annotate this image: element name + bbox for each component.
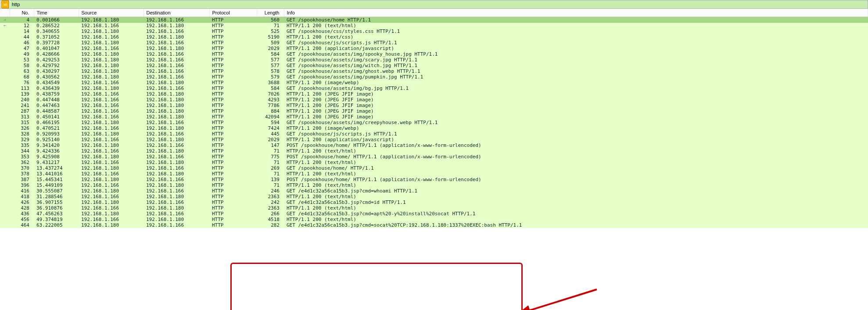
cell-no: 76 xyxy=(10,80,34,86)
table-row[interactable]: 42836.910876192.168.1.166192.168.1.180HT… xyxy=(0,205,868,211)
cell-time: 0.447463 xyxy=(34,103,79,108)
cell-length: 594 xyxy=(257,120,284,125)
cell-destination: 192.168.1.180 xyxy=(143,108,209,114)
table-row[interactable]: 760.434549192.168.1.166192.168.1.180HTTP… xyxy=(0,80,868,86)
table-row[interactable]: 42636.907155192.168.1.180192.168.1.166HT… xyxy=(0,200,868,205)
table-row[interactable]: 140.340655192.168.1.180192.168.1.166HTTP… xyxy=(0,29,868,34)
table-row[interactable]: 39615.449109192.168.1.166192.168.1.180HT… xyxy=(0,182,868,188)
col-source[interactable]: Source xyxy=(79,9,143,17)
cell-destination: 192.168.1.166 xyxy=(143,211,209,217)
table-row[interactable]: 3150.466195192.168.1.180192.168.1.166HTT… xyxy=(0,120,868,125)
cell-source: 192.168.1.166 xyxy=(79,103,143,108)
col-protocol[interactable]: Protocol xyxy=(209,9,257,17)
cell-destination: 192.168.1.166 xyxy=(143,165,209,171)
table-row[interactable]: 3290.925140192.168.1.166192.168.1.180HTT… xyxy=(0,137,868,143)
table-row[interactable]: 1390.438759192.168.1.166192.168.1.180HTT… xyxy=(0,91,868,97)
cell-no: 113 xyxy=(10,86,34,91)
table-row[interactable]: 38715.445341192.168.1.180192.168.1.166HT… xyxy=(0,177,868,182)
bookmark-icon[interactable] xyxy=(1,0,9,8)
table-row[interactable]: 490.428666192.168.1.180192.168.1.166HTTP… xyxy=(0,51,868,57)
table-row[interactable]: 3280.920993192.168.1.180192.168.1.166HTT… xyxy=(0,131,868,137)
cell-time: 0.397728 xyxy=(34,40,79,46)
display-filter-text: http xyxy=(12,2,20,7)
table-row[interactable]: 460.397728192.168.1.180192.168.1.166HTTP… xyxy=(0,40,868,46)
cell-info: HTTP/1.1 200 (text/html) xyxy=(284,23,868,29)
table-row[interactable]: 580.429792192.168.1.180192.168.1.166HTTP… xyxy=(0,63,868,68)
cell-edge xyxy=(0,165,10,171)
cell-destination: 192.168.1.166 xyxy=(143,154,209,160)
cell-edge xyxy=(0,160,10,165)
table-row[interactable]: 2410.447463192.168.1.166192.168.1.180HTT… xyxy=(0,103,868,108)
table-row[interactable]: 37813.441016192.168.1.166192.168.1.180HT… xyxy=(0,171,868,177)
display-filter-input[interactable]: http xyxy=(10,0,868,8)
table-row[interactable]: 37013.437274192.168.1.180192.168.1.166HT… xyxy=(0,165,868,171)
cell-source: 192.168.1.180 xyxy=(79,40,143,46)
cell-no: 436 xyxy=(10,211,34,217)
col-time[interactable]: Time xyxy=(34,9,79,17)
col-edge[interactable] xyxy=(0,9,10,17)
table-row[interactable]: 3359.341420192.168.1.180192.168.1.166HTT… xyxy=(0,143,868,148)
cell-edge xyxy=(0,217,10,222)
cell-source: 192.168.1.180 xyxy=(79,29,143,34)
annotation-arrow xyxy=(522,289,610,310)
cell-info: GET /spookhouse/js/scripts.js HTTP/1.1 xyxy=(284,131,868,137)
cell-destination: 192.168.1.180 xyxy=(143,34,209,40)
cell-length: 579 xyxy=(257,74,284,80)
table-row[interactable]: 3539.425908192.168.1.180192.168.1.166HTT… xyxy=(0,154,868,160)
table-row[interactable]: 41630.555087192.168.1.180192.168.1.166HT… xyxy=(0,188,868,194)
table-row[interactable]: →40.001066192.168.1.180192.168.1.166HTTP… xyxy=(0,17,868,23)
cell-edge xyxy=(0,125,10,131)
table-row[interactable]: 41831.288546192.168.1.166192.168.1.180HT… xyxy=(0,194,868,200)
table-row[interactable]: 43647.456263192.168.1.180192.168.1.166HT… xyxy=(0,211,868,217)
table-row[interactable]: 2870.448587192.168.1.166192.168.1.180HTT… xyxy=(0,108,868,114)
table-row[interactable]: 3449.424336192.168.1.166192.168.1.180HTT… xyxy=(0,148,868,154)
cell-protocol: HTTP xyxy=(209,114,257,120)
table-row[interactable]: 45649.374819192.168.1.166192.168.1.180HT… xyxy=(0,217,868,222)
cell-time: 0.438759 xyxy=(34,91,79,97)
cell-protocol: HTTP xyxy=(209,211,257,217)
cell-edge xyxy=(0,182,10,188)
cell-no: 329 xyxy=(10,137,34,143)
table-row[interactable]: 630.430297192.168.1.180192.168.1.166HTTP… xyxy=(0,68,868,74)
table-row[interactable]: 680.430562192.168.1.180192.168.1.166HTTP… xyxy=(0,74,868,80)
table-row[interactable]: 1130.436439192.168.1.180192.168.1.166HTT… xyxy=(0,86,868,91)
cell-info: GET /e4d1c32a56ca15b3.jsp?cmd=socat%20TC… xyxy=(284,222,868,228)
cell-info: GET /spookhouse/home/ HTTP/1.1 xyxy=(284,165,868,171)
cell-protocol: HTTP xyxy=(209,97,257,103)
cell-edge xyxy=(0,68,10,74)
cell-info: GET /spookhouse/assets/img/bg.jpg HTTP/1… xyxy=(284,86,868,91)
cell-source: 192.168.1.180 xyxy=(79,143,143,148)
table-row[interactable]: ←120.286522192.168.1.166192.168.1.180HTT… xyxy=(0,23,868,29)
cell-info: GET /spookhouse/home HTTP/1.1 xyxy=(284,17,868,23)
cell-destination: 192.168.1.166 xyxy=(143,74,209,80)
cell-length: 577 xyxy=(257,57,284,63)
cell-info: HTTP/1.1 200 (JPEG JFIF image) xyxy=(284,108,868,114)
cell-edge xyxy=(0,148,10,154)
table-row[interactable]: 46463.222005192.168.1.180192.168.1.166HT… xyxy=(0,222,868,228)
cell-destination: 192.168.1.166 xyxy=(143,17,209,23)
cell-length: 2363 xyxy=(257,205,284,211)
cell-protocol: HTTP xyxy=(209,177,257,182)
table-row[interactable]: 3629.431217192.168.1.166192.168.1.180HTT… xyxy=(0,160,868,165)
table-row[interactable]: 3130.450141192.168.1.166192.168.1.180HTT… xyxy=(0,114,868,120)
cell-time: 0.430562 xyxy=(34,74,79,80)
table-row[interactable]: 440.371052192.168.1.166192.168.1.180HTTP… xyxy=(0,34,868,40)
cell-no: 315 xyxy=(10,120,34,125)
cell-source: 192.168.1.166 xyxy=(79,182,143,188)
table-row[interactable]: 470.401047192.168.1.166192.168.1.180HTTP… xyxy=(0,46,868,51)
cell-destination: 192.168.1.166 xyxy=(143,200,209,205)
cell-length: 7786 xyxy=(257,103,284,108)
col-destination[interactable]: Destination xyxy=(143,9,209,17)
table-row[interactable]: 2400.447448192.168.1.166192.168.1.180HTT… xyxy=(0,97,868,103)
cell-source: 192.168.1.166 xyxy=(79,148,143,154)
col-info[interactable]: Info xyxy=(284,9,868,17)
cell-length: 584 xyxy=(257,51,284,57)
cell-no: 4 xyxy=(10,17,34,23)
table-row[interactable]: 530.429253192.168.1.180192.168.1.166HTTP… xyxy=(0,57,868,63)
cell-time: 0.450141 xyxy=(34,114,79,120)
col-no[interactable]: No. xyxy=(10,9,34,17)
col-length[interactable]: Length xyxy=(257,9,284,17)
cell-source: 192.168.1.166 xyxy=(79,91,143,97)
table-row[interactable]: 3260.470521192.168.1.166192.168.1.180HTT… xyxy=(0,125,868,131)
cell-info: HTTP/1.1 200 (text/html) xyxy=(284,160,868,165)
